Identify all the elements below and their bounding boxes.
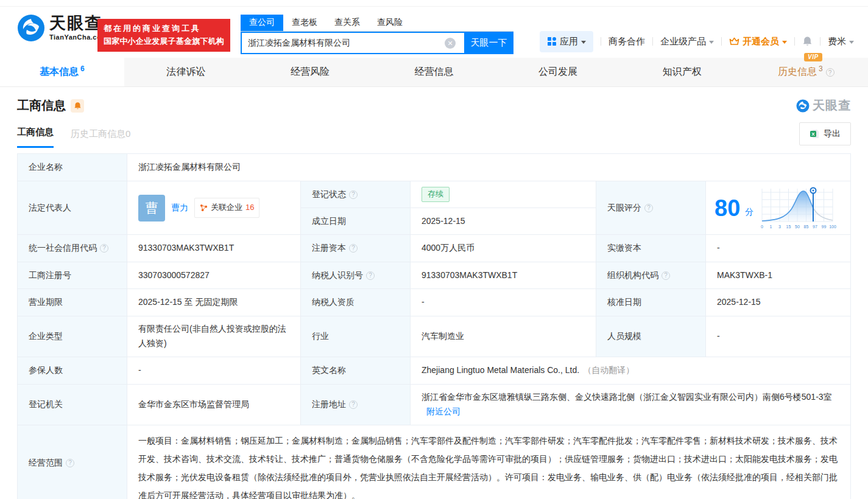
reg-number-value: 330703000572827 bbox=[127, 262, 301, 288]
promo-line2: 国家中小企业发展子基金旗下机构 bbox=[104, 35, 224, 48]
credit-code-value: 91330703MAK3TWXB1T bbox=[127, 235, 301, 262]
excel-icon: X bbox=[810, 129, 819, 139]
reg-status-label: 登记状态? bbox=[301, 181, 411, 208]
tab-intellectual-property[interactable]: 知识产权 bbox=[620, 58, 744, 86]
help-icon[interactable]: ? bbox=[826, 68, 834, 77]
search-button[interactable]: 天眼一下 bbox=[464, 32, 513, 54]
score-label: 天眼评分? bbox=[596, 181, 706, 234]
notifications-button[interactable] bbox=[802, 36, 813, 47]
table-row: 法定代表人 曹 曹力 关联企业 16 bbox=[18, 181, 850, 235]
staff-size-value: - bbox=[706, 316, 850, 357]
promo-banner: 都在用的商业查询工具 国家中小企业发展子基金旗下机构 bbox=[97, 19, 230, 52]
tab-label: 经营信息 bbox=[415, 66, 454, 79]
establish-date-value: 2025-12-15 bbox=[411, 208, 596, 234]
tab-label: 公司发展 bbox=[538, 66, 577, 79]
subtabs: 工商信息 历史工商信息0 X 导出 bbox=[0, 117, 868, 148]
address-label: 注册地址? bbox=[301, 385, 411, 425]
tab-legal-proceedings[interactable]: 法律诉讼 bbox=[124, 58, 249, 86]
subscribe-button[interactable] bbox=[71, 99, 84, 113]
page: 天眼查 TianYanCha.com 都在用的商业查询工具 国家中小企业发展子基… bbox=[0, 0, 868, 499]
org-code-value: MAK3TWXB-1 bbox=[706, 262, 850, 288]
reg-capital-value: 4000万人民币 bbox=[411, 235, 596, 262]
english-name-value: Zhejiang Lingtuo Metal Materials Co., Lt… bbox=[422, 363, 579, 378]
section-header: 工商信息 天眼查 bbox=[0, 87, 868, 117]
score-unit: 分 bbox=[745, 205, 753, 220]
vip-menu[interactable]: 开通会员 bbox=[729, 36, 787, 47]
svg-text:3: 3 bbox=[778, 225, 781, 229]
reg-status-cell: 存续 bbox=[411, 181, 596, 208]
clear-icon[interactable]: ✕ bbox=[445, 38, 456, 49]
tab-label: 知识产权 bbox=[663, 66, 702, 79]
search-tab-risk[interactable]: 查风险 bbox=[369, 15, 411, 31]
tab-label: 法律诉讼 bbox=[166, 66, 205, 79]
legal-rep-cell: 曹 曹力 关联企业 16 bbox=[127, 181, 301, 234]
tianyancha-logo-icon bbox=[17, 14, 45, 42]
apps-grid-icon bbox=[547, 37, 557, 46]
search-tab-relation[interactable]: 查关系 bbox=[326, 15, 369, 31]
tab-basic-info[interactable]: 基本信息 6 bbox=[0, 58, 124, 86]
apps-label: 应用 bbox=[560, 36, 578, 47]
org-code-label: 组织机构代码? bbox=[596, 262, 706, 288]
score-cell[interactable]: 80 分 bbox=[706, 181, 850, 234]
company-type-value: 有限责任公司(非自然人投资或控股的法人独资) bbox=[127, 316, 301, 357]
user-menu[interactable]: 费米 bbox=[828, 36, 854, 47]
tab-company-development[interactable]: 公司发展 bbox=[496, 58, 620, 86]
address-value: 浙江省金华市金东区塘雅镇纵三路东侧、金义快速路北侧（浙江金义智园实业有限公司内）… bbox=[422, 390, 839, 419]
business-scope-value: 一般项目：金属材料销售；钢压延加工；金属材料制造；金属制品销售；汽车零部件及配件… bbox=[127, 425, 850, 499]
table-subrow: 成立日期 2025-12-15 bbox=[301, 208, 596, 234]
help-icon[interactable]: ? bbox=[662, 271, 670, 280]
reg-number-label: 工商注册号 bbox=[18, 262, 127, 288]
search-tab-company[interactable]: 查公司 bbox=[241, 15, 283, 31]
help-icon[interactable]: ? bbox=[100, 244, 108, 253]
watermark-logo: 天眼查 bbox=[796, 97, 851, 114]
tab-history-info[interactable]: VIP 历史信息 3 ? bbox=[744, 58, 868, 86]
table-row: 企业名称 浙江凌拓金属材料有限公司 bbox=[18, 154, 850, 181]
search-tab-boss[interactable]: 查老板 bbox=[283, 15, 326, 31]
export-label: 导出 bbox=[824, 128, 841, 139]
business-term-label: 营业期限 bbox=[18, 289, 127, 316]
svg-text:85: 85 bbox=[804, 225, 809, 229]
reg-authority-value: 金华市金东区市场监督管理局 bbox=[127, 385, 301, 425]
chevron-down-icon bbox=[849, 41, 854, 44]
table-row: 企业类型 有限责任公司(非自然人投资或控股的法人独资) 行业 汽车制造业 人员规… bbox=[18, 316, 850, 357]
help-icon[interactable]: ? bbox=[66, 459, 74, 467]
address-cell: 浙江省金华市金东区塘雅镇纵三路东侧、金义快速路北侧（浙江金义智园实业有限公司内）… bbox=[411, 385, 850, 425]
notification-bell-icon bbox=[74, 102, 82, 110]
auto-translate-note: （自动翻译） bbox=[583, 363, 634, 378]
tab-business-info[interactable]: 经营信息 bbox=[372, 58, 496, 86]
subtab-business-registration[interactable]: 工商信息 bbox=[17, 127, 54, 148]
cooperation-menu[interactable]: 商务合作 bbox=[609, 36, 645, 47]
legal-rep-label: 法定代表人 bbox=[18, 181, 127, 234]
watermark-text: 天眼查 bbox=[813, 97, 851, 114]
help-icon[interactable]: ? bbox=[644, 204, 653, 212]
legal-rep-link[interactable]: 曹力 bbox=[171, 201, 188, 215]
nearby-companies-link[interactable]: 附近公司 bbox=[426, 407, 460, 416]
tab-count: 3 bbox=[819, 65, 823, 73]
enterprise-menu[interactable]: 企业级产品 bbox=[660, 36, 714, 47]
table-row: 登记机关 金华市金东区市场监督管理局 注册地址? 浙江省金华市金东区塘雅镇纵三路… bbox=[18, 385, 850, 425]
taxpayer-quality-label: 纳税人资质 bbox=[301, 289, 411, 316]
help-icon[interactable]: ? bbox=[366, 271, 375, 280]
tab-operational-risk[interactable]: 经营风险 bbox=[248, 58, 372, 86]
industry-value: 汽车制造业 bbox=[411, 316, 596, 357]
export-button[interactable]: X 导出 bbox=[799, 122, 851, 145]
search-input[interactable] bbox=[241, 32, 464, 54]
help-icon[interactable]: ? bbox=[349, 190, 358, 199]
subtab-history-registration[interactable]: 历史工商信息0 bbox=[71, 128, 130, 148]
paid-capital-label: 实缴资本 bbox=[596, 235, 706, 262]
paid-capital-value: - bbox=[706, 235, 850, 262]
registration-info-table: 企业名称 浙江凌拓金属材料有限公司 法定代表人 曹 曹力 关联企业 16 bbox=[17, 153, 851, 499]
help-icon[interactable]: ? bbox=[349, 244, 358, 253]
insured-label: 参保人数 bbox=[18, 357, 127, 384]
avatar[interactable]: 曹 bbox=[138, 195, 165, 222]
search-area: 查公司 查老板 查关系 查风险 ✕ 天眼一下 bbox=[241, 15, 513, 54]
table-row: 参保人数 - 英文名称 Zhejiang Lingtuo Metal Mater… bbox=[18, 357, 850, 385]
help-icon[interactable]: ? bbox=[349, 400, 358, 409]
chevron-down-icon bbox=[581, 41, 586, 44]
search-box: ✕ 天眼一下 bbox=[241, 32, 513, 54]
tianyancha-logo[interactable]: 天眼查 TianYanCha.com bbox=[17, 14, 107, 42]
tab-label: 历史信息 bbox=[778, 66, 817, 79]
cooperation-label: 商务合作 bbox=[609, 36, 645, 47]
related-companies-chip[interactable]: 关联企业 16 bbox=[194, 198, 259, 217]
apps-menu[interactable]: 应用 bbox=[540, 31, 593, 52]
